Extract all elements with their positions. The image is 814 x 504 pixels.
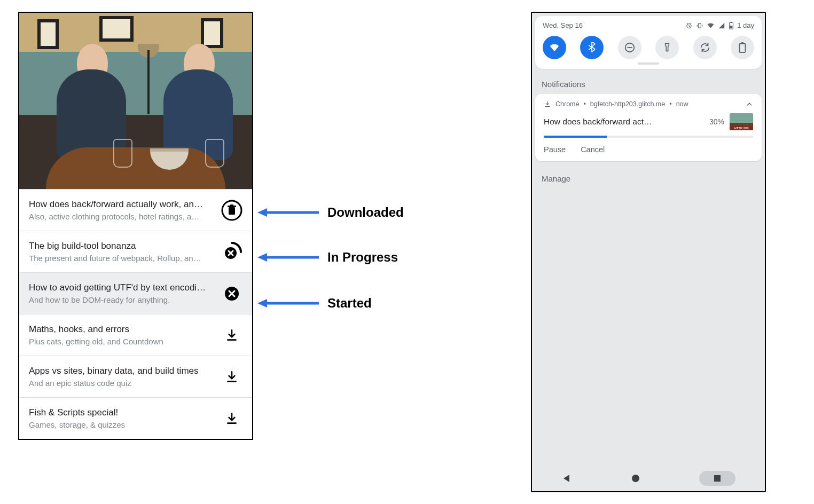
svg-marker-7: [257, 208, 267, 217]
download-button[interactable]: [220, 365, 244, 389]
list-item[interactable]: How does back/forward actually work, an……: [19, 189, 252, 231]
android-notification-shade: G Wed, Sep 16 1 day: [531, 12, 766, 492]
arrow-icon: [257, 252, 319, 263]
download-small-icon: [544, 100, 551, 108]
home-dock: [544, 395, 753, 422]
episode-title: Apps vs sites, binary data, and build ti…: [29, 366, 213, 376]
alarm-icon: [685, 22, 693, 29]
play-store-icon[interactable]: [635, 395, 662, 422]
svg-marker-9: [257, 253, 267, 262]
list-item[interactable]: Apps vs sites, binary data, and build ti…: [19, 356, 252, 397]
download-notification[interactable]: Chrome • bgfetch-http203.glitch.me • now…: [535, 94, 762, 161]
episode-title: The big build-tool bonanza: [29, 241, 213, 251]
notification-time: now: [676, 100, 688, 108]
bluetooth-icon: [586, 42, 597, 53]
svg-rect-23: [739, 44, 745, 52]
annotation-label: In Progress: [327, 250, 398, 265]
notification-percent: 30%: [709, 117, 724, 126]
episode-title: How does back/forward actually work, an…: [29, 199, 213, 210]
android-navbar: [532, 466, 765, 491]
episode-subtitle: Games, storage, & quizzes: [29, 420, 213, 429]
google-logo-icon: G: [552, 437, 562, 452]
svg-marker-11: [257, 299, 267, 308]
cellular-icon: [718, 22, 725, 29]
episode-subtitle: And how to be DOM-ready for anything.: [29, 295, 213, 304]
svg-point-12: [735, 441, 739, 445]
dnd-icon: [624, 42, 636, 53]
status-bar-icons: 1 day: [685, 21, 754, 29]
arrow-icon: [257, 298, 319, 309]
collapse-button[interactable]: [746, 100, 753, 108]
flashlight-icon: [662, 42, 672, 53]
annotation-label: Started: [327, 296, 372, 311]
annotation-downloaded: Downloaded: [257, 207, 404, 218]
svg-rect-24: [741, 42, 743, 44]
download-button[interactable]: [220, 407, 244, 430]
svg-point-15: [739, 446, 741, 448]
nav-home-button[interactable]: [631, 474, 640, 483]
list-item[interactable]: Fish & Scripts special! Games, storage, …: [19, 397, 252, 439]
list-item[interactable]: The big build-tool bonanza The present a…: [19, 231, 252, 272]
arrow-icon: [257, 207, 319, 218]
delete-button[interactable]: [220, 199, 244, 222]
battery-icon: [738, 42, 747, 53]
nav-recents-button[interactable]: [699, 471, 735, 486]
quick-settings-panel: Wed, Sep 16 1 day: [535, 16, 762, 69]
episode-subtitle: Plus cats, getting old, and Countdown: [29, 337, 213, 346]
wifi-icon: [549, 42, 560, 53]
dnd-tile[interactable]: [618, 36, 641, 59]
expand-handle[interactable]: [638, 62, 659, 65]
manage-notifications-link[interactable]: Manage: [532, 161, 765, 196]
download-icon: [225, 412, 239, 426]
chevron-up-icon: [746, 100, 753, 108]
annotation-label: Downloaded: [327, 205, 404, 220]
list-item[interactable]: How to avoid getting UTF'd by text encod…: [19, 272, 252, 314]
svg-rect-1: [229, 207, 235, 215]
flashlight-tile[interactable]: [655, 36, 679, 59]
wifi-tile[interactable]: [543, 36, 566, 59]
svg-point-14: [741, 444, 743, 446]
assistant-icon: [734, 439, 745, 450]
messages-app-icon[interactable]: [590, 395, 616, 422]
cancel-action[interactable]: Cancel: [581, 145, 605, 154]
annotation-in-progress: In Progress: [257, 252, 398, 263]
svg-rect-17: [699, 23, 701, 27]
notifications-section-label: Notifications: [532, 72, 765, 94]
camera-app-icon[interactable]: [726, 395, 753, 422]
download-button[interactable]: [220, 324, 244, 347]
phone-app-icon[interactable]: [544, 395, 570, 422]
svg-point-13: [740, 441, 742, 443]
download-icon: [225, 328, 239, 342]
svg-point-25: [632, 475, 639, 482]
cancel-icon: [224, 286, 240, 302]
progress-bar-fill: [544, 136, 607, 138]
chrome-app-icon[interactable]: [681, 395, 708, 422]
svg-rect-19: [731, 22, 732, 23]
annotation-started: Started: [257, 298, 372, 309]
battery-saver-tile[interactable]: [731, 36, 754, 59]
wifi-status-icon: [707, 22, 715, 29]
home-screen-background: G: [532, 178, 765, 491]
google-search-bar[interactable]: G: [544, 431, 753, 458]
square-recents-icon: [713, 474, 722, 483]
rotate-tile[interactable]: [693, 36, 717, 59]
cancel-download-button[interactable]: [220, 240, 244, 264]
bluetooth-tile[interactable]: [580, 36, 604, 59]
circle-home-icon: [631, 474, 640, 483]
episode-subtitle: The present and future of webpack, Rollu…: [29, 254, 213, 263]
progress-bar: [544, 136, 753, 138]
episode-list: How does back/forward actually work, an……: [19, 189, 252, 439]
nav-back-button[interactable]: [561, 473, 572, 484]
notification-title: How does back/forward act…: [544, 117, 652, 127]
battery-status-icon: [729, 22, 734, 29]
episode-subtitle: Also, active clothing protocols, hotel r…: [29, 212, 213, 221]
episode-title: Fish & Scripts special!: [29, 407, 213, 418]
notification-source: bgfetch-http203.glitch.me: [590, 100, 665, 108]
list-item[interactable]: Maths, hooks, and errors Plus cats, gett…: [19, 314, 252, 356]
download-icon: [225, 370, 239, 384]
cancel-download-button[interactable]: [220, 282, 244, 305]
hero-image: [19, 13, 252, 189]
triangle-back-icon: [561, 473, 572, 484]
pause-action[interactable]: Pause: [544, 145, 566, 154]
episode-title: Maths, hooks, and errors: [29, 324, 213, 335]
